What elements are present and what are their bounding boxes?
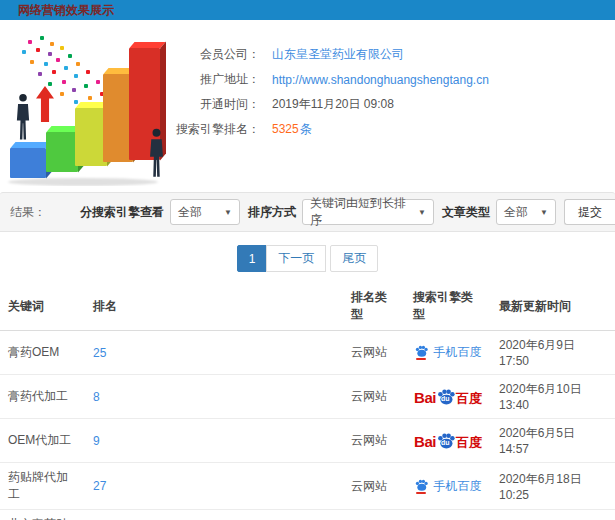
open-time-label: 开通时间： [150, 96, 260, 113]
submit-button[interactable]: 提交 [564, 199, 615, 225]
engine-type-cell: 手机百度 [405, 463, 491, 510]
keyword-cell: 膏药OEM [0, 331, 85, 375]
page: 网络营销效果展示 [0, 0, 615, 520]
results-table: 关键词 排名 排名类型 搜索引擎类型 最新更新时间 膏药OEM 25 云网站 手… [0, 282, 615, 520]
rank-cell: 1 [85, 510, 343, 520]
updated-time-cell: 2020年6月5日 14:57 [491, 419, 615, 463]
engine-type-cell: Bai du 百度 [405, 419, 491, 463]
confetti-dots [10, 34, 14, 38]
bar-1 [46, 132, 78, 172]
table-header-row: 关键词 排名 排名类型 搜索引擎类型 最新更新时间 [0, 282, 615, 331]
baidu-bai-text: Bai [414, 390, 436, 405]
baidu-paw-icon [415, 479, 428, 494]
rank-link[interactable]: 9 [93, 434, 100, 448]
table-row: OEM代加工 9 云网站 Bai du 百度 2020年6月5日 14:57 [0, 419, 615, 463]
rank-link[interactable]: 25 [93, 346, 106, 360]
rank-cell: 8 [85, 375, 343, 419]
rank-cell: 9 [85, 419, 343, 463]
baidu-pc-logo: Bai du 百度 [414, 388, 482, 405]
promo-url-link[interactable]: http://www.shandonghuangshengtang.cn [272, 73, 489, 87]
open-time-value: 2019年11月20日 09:08 [272, 96, 394, 113]
next-page-button[interactable]: 下一页 [266, 245, 326, 272]
table-row: 膏药OEM 25 云网站 手机百度 2020年6月9日 17:50 [0, 331, 615, 375]
article-type-filter-value: 全部 [504, 204, 528, 221]
engine-type-cell: 手机百度 [405, 331, 491, 375]
mobile-baidu-label: 手机百度 [434, 478, 482, 495]
sort-filter-select[interactable]: 关键词由短到长排序 ▼ [302, 199, 434, 225]
baidu-paw-icon: du [437, 432, 455, 449]
baidu-paw-icon [415, 345, 428, 360]
keyword-cell: OEM代加工 [0, 419, 85, 463]
header-engine-type: 搜索引擎类型 [405, 282, 491, 331]
chevron-down-icon: ▼ [216, 208, 232, 217]
updated-time-cell: 2020年6月9日 17:50 [491, 331, 615, 375]
article-type-filter-select[interactable]: 全部 ▼ [496, 199, 556, 225]
filter-group: 分搜索引擎查看 全部 ▼ 排序方式 关键词由短到长排序 ▼ 文章类型 全部 ▼ … [72, 199, 615, 225]
table-row: 北京膏药贴牌 1 云网站 Bai du 百度 2020年6月11日 11:18 [0, 510, 615, 520]
rank-cell: 25 [85, 331, 343, 375]
header-updated: 最新更新时间 [491, 282, 615, 331]
mobile-baidu-logo: 手机百度 [415, 478, 482, 495]
baidu-cn-text: 百度 [456, 392, 482, 405]
page-button-1[interactable]: 1 [237, 245, 268, 272]
keyword-cell: 药贴牌代加工 [0, 463, 85, 510]
ranking-count-value: 5325条 [272, 121, 312, 138]
baidu-paw-icon: du [437, 388, 455, 405]
engine-type-cell: Bai du 百度 [405, 510, 491, 520]
keyword-cell: 膏药代加工 [0, 375, 85, 419]
results-table-body: 膏药OEM 25 云网站 手机百度 2020年6月9日 17:50 膏药代加工 … [0, 331, 615, 520]
mobile-baidu-logo: 手机百度 [415, 344, 482, 361]
engine-type-cell: Bai du 百度 [405, 375, 491, 419]
ranking-count-label: 搜索引擎排名： [150, 121, 260, 138]
engine-filter-select[interactable]: 全部 ▼ [170, 199, 240, 225]
baidu-pc-logo: Bai du 百度 [414, 432, 482, 449]
chevron-down-icon: ▼ [532, 208, 548, 217]
company-label: 会员公司： [150, 46, 260, 63]
rank-type-cell: 云网站 [343, 375, 405, 419]
rank-link[interactable]: 27 [93, 479, 106, 493]
up-arrow-icon [36, 86, 54, 125]
keyword-cell: 北京膏药贴牌 [0, 510, 85, 520]
ranking-count-suffix: 条 [300, 122, 312, 136]
mobile-baidu-label: 手机百度 [434, 344, 482, 361]
updated-time-cell: 2020年6月10日 13:40 [491, 375, 615, 419]
company-link[interactable]: 山东皇圣堂药业有限公司 [272, 46, 404, 63]
page-title-bar: 网络营销效果展示 [0, 0, 615, 20]
updated-time-cell: 2020年6月18日 10:25 [491, 463, 615, 510]
pagination: 1 下一页 尾页 [0, 232, 615, 282]
sort-filter-label: 排序方式 [248, 204, 296, 221]
last-page-button[interactable]: 尾页 [330, 245, 378, 272]
businessman-figure-left [14, 91, 32, 146]
rank-type-cell: 云网站 [343, 419, 405, 463]
baidu-du-text: du [441, 395, 450, 402]
results-filter-bar: 结果： 分搜索引擎查看 全部 ▼ 排序方式 关键词由短到长排序 ▼ 文章类型 全… [0, 192, 615, 232]
header-rank: 排名 [85, 282, 343, 331]
rank-type-cell: 云网站 [343, 510, 405, 520]
engine-filter-label: 分搜索引擎查看 [80, 204, 164, 221]
field-open-time: 开通时间： 2019年11月20日 09:08 [150, 92, 489, 117]
illustration-shadow [8, 178, 158, 186]
field-ranking-count: 搜索引擎排名： 5325条 [150, 117, 489, 142]
bar-0 [10, 148, 46, 178]
chevron-down-icon: ▼ [410, 208, 426, 217]
rank-link[interactable]: 8 [93, 390, 100, 404]
field-company: 会员公司： 山东皇圣堂药业有限公司 [150, 42, 489, 67]
ranking-count-number: 5325 [272, 122, 299, 136]
results-label: 结果： [10, 204, 46, 221]
updated-time-cell: 2020年6月11日 11:18 [491, 510, 615, 520]
table-row: 药贴牌代加工 27 云网站 手机百度 2020年6月18日 10:25 [0, 463, 615, 510]
rank-type-cell: 云网站 [343, 463, 405, 510]
table-row: 膏药代加工 8 云网站 Bai du 百度 2020年6月10日 13:40 [0, 375, 615, 419]
field-promo-url: 推广地址： http://www.shandonghuangshengtang.… [150, 67, 489, 92]
header-rank-type: 排名类型 [343, 282, 405, 331]
member-info: 会员公司： 山东皇圣堂药业有限公司 推广地址： http://www.shand… [150, 42, 489, 142]
promo-url-label: 推广地址： [150, 71, 260, 88]
info-section: 会员公司： 山东皇圣堂药业有限公司 推广地址： http://www.shand… [0, 20, 615, 192]
sort-filter-value: 关键词由短到长排序 [310, 195, 410, 229]
baidu-cn-text: 百度 [456, 436, 482, 449]
page-title: 网络营销效果展示 [18, 3, 114, 17]
header-keyword: 关键词 [0, 282, 85, 331]
rank-cell: 27 [85, 463, 343, 510]
baidu-du-text: du [441, 439, 450, 446]
baidu-bai-text: Bai [414, 434, 436, 449]
